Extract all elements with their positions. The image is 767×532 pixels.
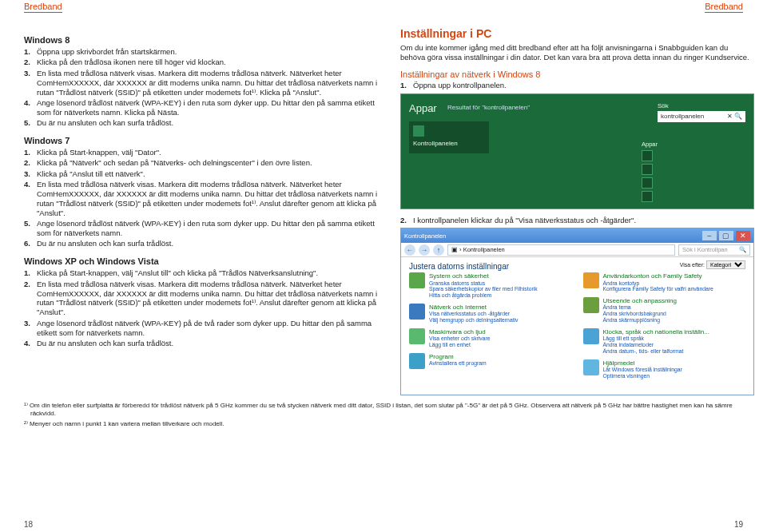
search-placeholder: Sök i Kontrollpan: [682, 246, 728, 253]
category-sublink[interactable]: Granska datorns status: [429, 280, 538, 287]
search-icon: 🔍: [739, 246, 746, 253]
category-sublink[interactable]: Ändra kontotyp: [603, 280, 713, 287]
view-selector: Visa efter: Kategori: [680, 260, 745, 269]
app-icon: [642, 177, 653, 189]
apps-results: Appar: [642, 141, 745, 202]
category-icon: [583, 359, 599, 375]
category-icon: [409, 353, 425, 369]
category-sublink[interactable]: Visa enheter och skrivare: [429, 335, 491, 342]
cp-category[interactable]: System och säkerhetGranska datorns statu…: [409, 272, 572, 299]
up-button[interactable]: ↑: [433, 244, 444, 256]
cp-category[interactable]: Utseende och anpassningÄndra temaÄndra s…: [583, 297, 746, 324]
category-sublink[interactable]: Konfigurera Family Safety för valfri anv…: [603, 286, 713, 292]
close-button[interactable]: ✕: [736, 231, 750, 240]
category-sublink[interactable]: Ändra skrivbordsbakgrund: [603, 311, 678, 317]
heading-win8: Windows 8: [24, 35, 378, 45]
intro-text: Om du inte kommer igång med ditt bredban…: [400, 43, 754, 63]
cp-category[interactable]: ProgramAvinstallera ett program: [409, 353, 572, 369]
category-icon: [409, 304, 425, 320]
list-winxp: 1.Klicka på Start-knappen, välj "Anslut …: [24, 268, 378, 348]
heading-winxp: Windows XP och Windows Vista: [24, 256, 378, 266]
tile-kontrollpanelen[interactable]: Kontrollpanelen: [409, 121, 489, 153]
maximize-button[interactable]: ▢: [719, 231, 733, 240]
cp-category[interactable]: Maskinvara och ljudVisa enheter och skri…: [409, 328, 572, 348]
search-label: Sök: [658, 102, 745, 109]
subheading-win8: Inställningar av nätverk i Windows 8: [400, 69, 754, 79]
app-row[interactable]: [642, 177, 745, 189]
cp-category[interactable]: HjälpmedelLåt Windows föreslå inställnin…: [583, 359, 746, 379]
app-row[interactable]: [642, 164, 745, 175]
minimize-button[interactable]: –: [702, 231, 717, 240]
apps-results-header: Appar: [642, 141, 745, 148]
forward-button[interactable]: →: [419, 244, 430, 256]
category-sublink[interactable]: Låt Windows föreslå inställningar: [603, 367, 682, 373]
apps-subtitle: Resultat för "kontrollpanelen": [447, 104, 530, 111]
category-sublink[interactable]: Ändra tema: [603, 304, 678, 311]
header-left: Bredband: [24, 2, 62, 13]
category-sublink[interactable]: Spara säkerhetskopior av filer med Filhi…: [429, 286, 538, 292]
header-right: Bredband: [705, 2, 743, 13]
list-pcsettings-1: 1.Öppna upp kontrollpanelen.: [400, 81, 754, 90]
app-icon: [642, 150, 653, 161]
cp-category[interactable]: Klocka, språk och nationella inställn...…: [583, 328, 746, 355]
window-titlebar: Kontrollpanelen – ▢ ✕: [401, 228, 753, 243]
tile-label: Kontrollpanelen: [413, 140, 458, 147]
right-column: Inställningar i PC Om du inte kommer igå…: [400, 27, 754, 395]
left-column: Windows 8 1.Öppna upp skrivbordet från s…: [24, 27, 378, 395]
view-dropdown[interactable]: Kategori: [706, 260, 745, 269]
window-title: Kontrollpanelen: [404, 232, 446, 240]
category-sublink[interactable]: Visa nätverksstatus och -åtgärder: [429, 311, 518, 317]
category-sublink[interactable]: Ändra skärmupplösning: [603, 317, 678, 324]
category-sublink[interactable]: Lägg till en enhet: [429, 342, 491, 348]
category-sublink[interactable]: Välj hemgrupp och delningsalternativ: [429, 317, 518, 324]
category-icon: [583, 328, 599, 344]
footnote-1: ¹⁾ Om din telefon eller surfplatta är fö…: [24, 402, 743, 418]
search-input[interactable]: kontrollpanelen ✕ 🔍: [658, 111, 745, 122]
category-sublink[interactable]: Ändra datum-, tids- eller talformat: [603, 348, 709, 355]
category-sublink[interactable]: Lägg till ett språk: [603, 335, 709, 342]
cp-category[interactable]: Användarkonton och Family SafetyÄndra ko…: [583, 272, 746, 292]
heading-pc-settings: Inställningar i PC: [400, 27, 754, 40]
back-button[interactable]: ←: [404, 244, 415, 256]
category-icon: [583, 272, 599, 288]
app-row[interactable]: [642, 150, 745, 161]
list-win7: 1.Klicka på Start-knappen, välj "Dator".…: [24, 148, 378, 248]
tile-icon: [413, 125, 424, 137]
page-number-right: 19: [734, 520, 743, 529]
screenshot-win8-apps: Appar Resultat för "kontrollpanelen" Sök…: [400, 93, 754, 209]
category-sublink[interactable]: Hitta och åtgärda problem: [429, 292, 538, 299]
category-sublink[interactable]: Ändra indatametoder: [603, 342, 709, 348]
screenshot-control-panel: Kontrollpanelen – ▢ ✕ ← → ↑ ▣ › Kontroll…: [400, 228, 754, 395]
app-row[interactable]: [642, 191, 745, 202]
search-clear-icon[interactable]: ✕ 🔍: [727, 113, 742, 120]
app-icon: [642, 164, 653, 175]
category-sublink[interactable]: Optimera visningen: [603, 373, 682, 379]
list-pcsettings-2: 2.I kontrollpanelen klickar du på "Visa …: [400, 216, 754, 225]
folder-icon: ▣: [451, 246, 458, 253]
heading-win7: Windows 7: [24, 136, 378, 145]
category-sublink[interactable]: Avinstallera ett program: [429, 360, 487, 367]
list-win8: 1.Öppna upp skrivbordet från startskärme…: [24, 47, 378, 128]
category-icon: [409, 272, 425, 288]
search-value: kontrollpanelen: [661, 113, 704, 120]
footnotes: ¹⁾ Om din telefon eller surfplatta är fö…: [0, 402, 767, 428]
search-input[interactable]: Sök i Kontrollpan 🔍: [678, 244, 750, 256]
page-number-left: 18: [24, 520, 33, 529]
category-icon: [409, 328, 425, 344]
footnote-2: ²⁾ Menyer och namn i punkt 1 kan variera…: [24, 420, 743, 428]
apps-title: Appar: [409, 102, 437, 114]
category-icon: [583, 297, 599, 313]
app-icon: [642, 191, 653, 202]
breadcrumb[interactable]: ▣ › Kontrollpanelen: [447, 244, 675, 256]
cp-category[interactable]: Nätverk och InternetVisa nätverksstatus …: [409, 304, 572, 324]
